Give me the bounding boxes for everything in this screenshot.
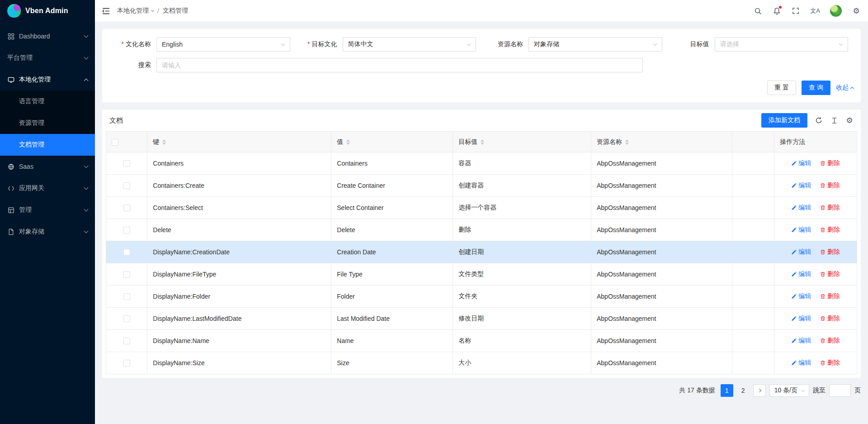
user-avatar[interactable] bbox=[830, 5, 842, 17]
culture-name-select[interactable]: English bbox=[156, 37, 290, 52]
delete-button[interactable]: 删除 bbox=[820, 159, 840, 167]
target-culture-select[interactable]: 简体中文 bbox=[343, 37, 476, 52]
field-search: 搜索 bbox=[109, 58, 668, 72]
chevron-up-icon bbox=[84, 78, 89, 83]
sidebar-item-gateway[interactable]: 应用网关 bbox=[0, 177, 95, 199]
sidebar-item-saas[interactable]: Saas bbox=[0, 156, 95, 177]
cell-target-value: 大小 bbox=[453, 352, 591, 374]
delete-button[interactable]: 删除 bbox=[820, 181, 840, 190]
sidebar-item-object-storage[interactable]: 对象存储 bbox=[0, 221, 95, 243]
cell-key: DisplayName:CreationDate bbox=[147, 241, 331, 263]
table-toolbar: 文档 添加新文档 ⚙ bbox=[106, 110, 857, 131]
add-document-button[interactable]: 添加新文档 bbox=[761, 113, 807, 128]
row-checkbox[interactable] bbox=[123, 227, 130, 233]
edit-button[interactable]: 编辑 bbox=[791, 226, 811, 234]
row-checkbox[interactable] bbox=[123, 271, 130, 278]
app-logo[interactable]: Vben Admin bbox=[0, 0, 95, 22]
cell-key: DisplayName:Size bbox=[147, 352, 331, 374]
sidebar-menu: Dashboard 平台管理 本地化管理 语言管理 资源管理 bbox=[0, 22, 95, 424]
row-checkbox[interactable] bbox=[123, 360, 130, 367]
breadcrumb-item-localization[interactable]: 本地化管理 bbox=[117, 7, 154, 15]
edit-button[interactable]: 编辑 bbox=[791, 248, 811, 256]
cell-value: Create Container bbox=[331, 175, 453, 197]
row-checkbox[interactable] bbox=[123, 338, 130, 344]
sidebar-item-language-management[interactable]: 语言管理 bbox=[0, 91, 95, 112]
edit-button[interactable]: 编辑 bbox=[791, 204, 811, 212]
select-all-checkbox[interactable] bbox=[112, 139, 118, 146]
fullscreen-icon[interactable] bbox=[791, 6, 800, 15]
chevron-down-icon bbox=[84, 229, 89, 233]
document-table-panel: 文档 添加新文档 ⚙ bbox=[102, 110, 861, 378]
page-button-2[interactable]: 2 bbox=[737, 384, 750, 397]
search-icon[interactable] bbox=[753, 6, 762, 15]
reset-button[interactable]: 重 置 bbox=[767, 81, 796, 95]
cell-target-value: 删除 bbox=[453, 219, 591, 241]
target-value-select[interactable]: 请选择 bbox=[715, 37, 849, 52]
storage-icon bbox=[7, 228, 14, 235]
jump-page-input[interactable] bbox=[829, 384, 851, 397]
edit-button[interactable]: 编辑 bbox=[791, 181, 811, 190]
next-page-button[interactable] bbox=[753, 384, 766, 397]
edit-button[interactable]: 编辑 bbox=[791, 314, 811, 323]
translate-icon[interactable]: 文A bbox=[810, 6, 820, 15]
delete-button[interactable]: 删除 bbox=[820, 292, 840, 300]
edit-button[interactable]: 编辑 bbox=[791, 292, 811, 300]
edit-button[interactable]: 编辑 bbox=[791, 359, 811, 367]
cell-target-value: 创建容器 bbox=[453, 175, 591, 197]
sort-icons[interactable] bbox=[481, 139, 484, 145]
delete-button[interactable]: 删除 bbox=[820, 204, 840, 212]
collapse-toggle[interactable]: 收起 bbox=[836, 84, 854, 92]
delete-button[interactable]: 删除 bbox=[820, 337, 840, 345]
row-checkbox[interactable] bbox=[123, 315, 130, 322]
edit-button[interactable]: 编辑 bbox=[791, 337, 811, 345]
column-height-icon[interactable] bbox=[830, 116, 838, 124]
query-button[interactable]: 查 询 bbox=[802, 81, 830, 95]
manage-icon bbox=[7, 206, 14, 214]
row-checkbox[interactable] bbox=[123, 182, 130, 189]
select-value: 对象存储 bbox=[534, 40, 559, 48]
sort-icons[interactable] bbox=[162, 139, 166, 145]
page-size-select[interactable]: 10 条/页 bbox=[769, 384, 809, 397]
delete-button[interactable]: 删除 bbox=[820, 270, 840, 278]
column-header-actions: 操作方法 bbox=[774, 132, 857, 152]
chevron-down-icon bbox=[839, 42, 843, 45]
notification-bell-icon[interactable] bbox=[772, 6, 781, 15]
sidebar-item-resource-management[interactable]: 资源管理 bbox=[0, 112, 95, 134]
row-checkbox[interactable] bbox=[123, 293, 130, 300]
cell-spacer bbox=[732, 241, 774, 263]
sidebar-fold-icon[interactable] bbox=[102, 7, 110, 15]
sidebar-item-label: 平台管理 bbox=[7, 54, 85, 62]
sidebar-item-label: 文档管理 bbox=[19, 141, 88, 149]
cell-target-value: 创建日期 bbox=[453, 241, 591, 263]
edit-button[interactable]: 编辑 bbox=[791, 159, 811, 167]
sidebar-item-localization[interactable]: 本地化管理 bbox=[0, 69, 95, 91]
resource-name-select[interactable]: 对象存储 bbox=[528, 37, 662, 52]
breadcrumb-item-document[interactable]: 文档管理 bbox=[163, 7, 188, 15]
cell-spacer bbox=[732, 263, 774, 286]
row-checkbox[interactable] bbox=[123, 249, 130, 256]
delete-button[interactable]: 删除 bbox=[820, 226, 840, 234]
row-checkbox[interactable] bbox=[123, 205, 130, 211]
row-checkbox[interactable] bbox=[123, 160, 130, 167]
delete-button[interactable]: 删除 bbox=[820, 359, 840, 367]
field-label: 资源名称 bbox=[481, 40, 523, 48]
sidebar-item-platform[interactable]: 平台管理 bbox=[0, 47, 95, 69]
page-button-1[interactable]: 1 bbox=[721, 384, 733, 397]
cell-resource-name: AbpOssManagement bbox=[591, 263, 732, 286]
sort-icons[interactable] bbox=[625, 139, 629, 145]
cell-spacer bbox=[732, 308, 774, 330]
delete-button[interactable]: 删除 bbox=[820, 248, 840, 256]
delete-button[interactable]: 删除 bbox=[820, 314, 840, 323]
sort-icons[interactable] bbox=[346, 139, 350, 145]
sidebar-item-management[interactable]: 管理 bbox=[0, 199, 95, 221]
search-input[interactable] bbox=[156, 58, 643, 72]
settings-gear-icon[interactable]: ⚙ bbox=[852, 6, 861, 15]
cell-value: Select Container bbox=[331, 197, 453, 219]
refresh-icon[interactable] bbox=[815, 116, 823, 124]
cell-spacer bbox=[732, 219, 774, 241]
sidebar-item-dashboard[interactable]: Dashboard bbox=[0, 25, 95, 47]
sidebar-item-document-management[interactable]: 文档管理 bbox=[0, 134, 95, 156]
field-label: *目标文化 bbox=[296, 40, 337, 48]
column-settings-gear-icon[interactable]: ⚙ bbox=[845, 116, 854, 124]
edit-button[interactable]: 编辑 bbox=[791, 270, 811, 278]
